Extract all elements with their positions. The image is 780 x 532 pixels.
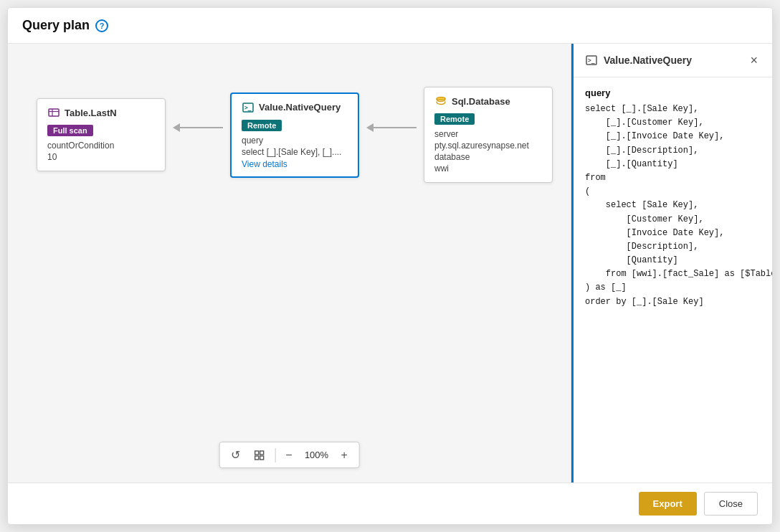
panel-section-label: query (585, 87, 761, 98)
svg-point-5 (437, 98, 445, 100)
toolbar-divider (275, 448, 275, 462)
svg-rect-7 (260, 451, 263, 455)
panel-title: >_ Value.NativeQuery (585, 54, 692, 67)
arrow-line-1 (180, 127, 223, 128)
arrowhead-2 (366, 123, 374, 132)
query-code-block: select [_].[Sale Key], [_].[Customer Key… (585, 103, 761, 309)
view-details-link[interactable]: View details (242, 159, 287, 169)
badge-remote-native: Remote (242, 120, 282, 131)
modal-body: Table.LastN Full scan countOrCondition 1… (8, 44, 772, 483)
nodes-container: Table.LastN Full scan countOrCondition 1… (37, 87, 553, 183)
modal-footer: Export Close (8, 483, 772, 524)
svg-text:>_: >_ (588, 57, 595, 64)
panel-close-button[interactable]: × (747, 52, 761, 68)
node-value-native-header: >_ Value.NativeQuery (242, 101, 348, 114)
panel-body: query select [_].[Sale Key], [_].[Custom… (574, 77, 772, 483)
node-sql-database-header: Sql.Database (434, 95, 542, 108)
svg-rect-6 (255, 451, 258, 455)
zoom-out-button[interactable]: − (282, 447, 295, 463)
query-plan-modal: Query plan ? (7, 7, 773, 525)
arrow-line-2 (374, 127, 417, 128)
node-value-native-title: Value.NativeQuery (259, 102, 341, 113)
node-sql-database-body: server pty.sql.azuresynapse.net database… (434, 129, 542, 174)
badge-full-scan: Full scan (47, 125, 93, 136)
node-value-native-body: query select [_].[Sale Key], [_].... (242, 136, 348, 157)
svg-text:>_: >_ (244, 105, 252, 111)
table-icon (47, 106, 60, 119)
svg-rect-0 (49, 109, 59, 116)
fit-button[interactable] (250, 448, 267, 462)
arrowhead-1 (173, 123, 180, 132)
svg-rect-8 (255, 456, 258, 460)
help-icon[interactable]: ? (95, 19, 108, 32)
right-panel: >_ Value.NativeQuery × query select [_].… (571, 44, 772, 483)
node-table-lastn-title: Table.LastN (65, 108, 117, 118)
node-sql-database-title: Sql.Database (452, 96, 510, 107)
export-button[interactable]: Export (639, 492, 697, 516)
database-icon (434, 95, 447, 108)
node-table-lastn-body: countOrCondition 10 (47, 141, 155, 162)
reset-button[interactable]: ↺ (228, 447, 243, 463)
panel-native-icon: >_ (585, 54, 598, 67)
arrow-2 (359, 123, 424, 132)
zoom-label: 100% (303, 450, 331, 460)
modal-header: Query plan ? (8, 8, 772, 44)
modal-title: Query plan (22, 18, 90, 33)
node-value-native[interactable]: >_ Value.NativeQuery Remote query select… (230, 92, 359, 178)
native-icon: >_ (242, 101, 255, 114)
zoom-in-button[interactable]: + (338, 447, 351, 463)
panel-header: >_ Value.NativeQuery × (574, 44, 772, 77)
node-sql-database[interactable]: Sql.Database Remote server pty.sql.azure… (424, 87, 553, 183)
close-button[interactable]: Close (704, 492, 758, 516)
node-table-lastn[interactable]: Table.LastN Full scan countOrCondition 1… (37, 98, 166, 171)
panel-title-text: Value.NativeQuery (604, 54, 692, 66)
arrow-1 (166, 123, 230, 132)
canvas-area[interactable]: Table.LastN Full scan countOrCondition 1… (8, 44, 571, 483)
svg-rect-9 (260, 456, 263, 460)
canvas-toolbar: ↺ − 100% + (219, 442, 360, 468)
node-table-lastn-header: Table.LastN (47, 106, 155, 119)
badge-remote-sql: Remote (434, 113, 475, 125)
